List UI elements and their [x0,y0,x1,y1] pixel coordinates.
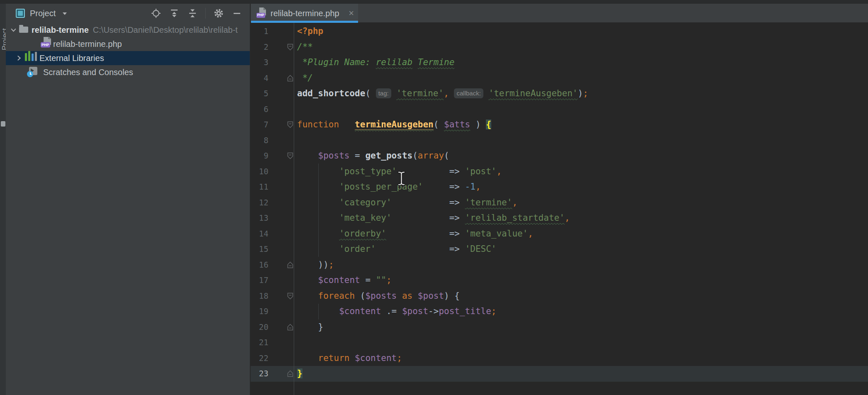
line-number: 21 [251,335,268,351]
line-number: 7 [251,117,268,133]
text-cursor-pointer [397,171,407,186]
code-line-22[interactable]: return $content; [297,351,588,366]
line-number: 8 [251,133,268,149]
code-line-2[interactable]: /** [297,39,588,55]
tree-item-external-libraries[interactable]: External Libraries [6,51,250,65]
code-editor[interactable]: 1234567891011121314151617181920212223 <?… [251,23,868,395]
code-line-18[interactable]: foreach ($posts as $post) { [297,288,588,304]
line-number: 20 [251,319,268,335]
fold-start-icon[interactable] [287,152,293,159]
parameter-hint: tag: [376,88,391,98]
chevron-down-icon[interactable] [10,27,17,34]
code-line-17[interactable]: $content = ""; [297,273,588,288]
stripe-project-label[interactable]: Project [1,28,6,50]
code-line-6[interactable] [297,102,588,117]
external-libraries-icon [25,51,37,65]
line-number: 22 [251,351,268,366]
stripe-tool-icon[interactable] [1,121,5,127]
tab-label[interactable]: relilab-termine.php [271,9,339,18]
fold-start-icon[interactable] [287,121,293,128]
code-line-8[interactable] [297,133,588,149]
tree-item-label: Scratches and Consoles [43,65,133,79]
tree-item-scratches-and-consoles[interactable]: Scratches and Consoles [6,65,250,79]
tree-item-label: relilab-termineC:\Users\Daniel\Desktop\r… [32,23,238,37]
code-line-3[interactable]: *Plugin Name: relilab Termine [297,55,588,71]
gutter: 1234567891011121314151617181920212223 [251,24,268,382]
project-panel-header: Project [6,4,250,23]
line-number: 11 [251,179,268,195]
fold-start-icon[interactable] [287,293,293,300]
code-line-9[interactable]: $posts = get_posts(array( [297,148,588,164]
code-line-11[interactable]: 'posts_per_page' => -1, [297,179,588,195]
fold-end-icon[interactable] [287,75,293,82]
line-number: 9 [251,148,268,164]
line-number: 3 [251,55,268,71]
php-file-icon: PHP [41,37,51,51]
code-line-15[interactable]: 'order' => 'DESC' [297,241,588,257]
code-line-5[interactable]: add_shortcode( tag: 'termine', callback:… [297,86,588,102]
line-number: 23 [251,366,268,382]
line-number: 10 [251,164,268,180]
line-number: 12 [251,195,268,211]
settings-gear-icon[interactable] [213,8,224,19]
line-number: 1 [251,24,268,39]
line-number: 2 [251,39,268,55]
fold-start-icon[interactable] [287,44,293,51]
code-line-19[interactable]: $content .= $post->post_title; [297,304,588,319]
folder-icon [19,23,28,37]
line-number: 15 [251,241,268,257]
line-number: 19 [251,304,268,319]
tree-item-label: External Libraries [39,51,104,65]
code-line-7[interactable]: function termineAusgeben( $atts ) { [297,117,588,133]
code-line-12[interactable]: 'category' => 'termine', [297,195,588,211]
line-number: 16 [251,257,268,273]
code-lines[interactable]: <?php/** *Plugin Name: relilab Termine *… [297,24,588,382]
code-line-16[interactable]: )); [297,257,588,273]
phpstorm-window: Project Project [0,0,868,395]
tree-item-relilab-termine-php[interactable]: PHPrelilab-termine.php [6,37,250,51]
fold-end-icon[interactable] [287,370,293,377]
tree-item-label: relilab-termine.php [53,37,122,51]
code-line-13[interactable]: 'meta_key' => 'relilab_startdate', [297,210,588,226]
locate-icon[interactable] [151,8,161,19]
gutter-border [294,23,294,395]
parameter-hint: callback: [454,88,483,98]
code-line-4[interactable]: */ [297,71,588,86]
line-number: 17 [251,273,268,288]
titlebar [0,0,868,4]
code-line-14[interactable]: 'orderby' => 'meta_value', [297,226,588,242]
code-line-10[interactable]: 'post_type' => 'post', [297,164,588,180]
code-line-23[interactable]: } [297,366,588,382]
fold-end-icon[interactable] [287,324,293,331]
code-line-1[interactable]: <?php [297,24,588,39]
scratches-icon [29,65,37,79]
code-line-21[interactable] [297,335,588,351]
project-panel: Project [6,4,250,395]
tool-window-stripe: Project [0,4,6,395]
line-number: 4 [251,71,268,86]
editor-area: PHP relilab-termine.php × 12345678910111… [251,4,868,395]
toolbar-separator [205,8,206,19]
tree-item-path: C:\Users\Daniel\Desktop\relilab\relilab-… [93,25,238,34]
project-toolwindow-icon [16,9,25,18]
hide-panel-icon[interactable] [232,8,242,19]
project-tree: relilab-termineC:\Users\Daniel\Desktop\r… [6,23,250,79]
editor-tabbar: PHP relilab-termine.php × [251,4,868,23]
chevron-down-icon[interactable] [61,10,68,17]
code-line-20[interactable]: } [297,319,588,335]
panel-title[interactable]: Project [30,9,56,18]
fold-end-icon[interactable] [287,261,293,268]
line-number: 5 [251,86,268,102]
expand-all-icon[interactable] [169,8,180,19]
collapse-all-icon[interactable] [187,8,198,19]
php-file-icon: PHP [251,7,266,20]
close-icon[interactable]: × [349,9,354,17]
line-number: 13 [251,210,268,226]
chevron-right-icon[interactable] [15,55,22,62]
tree-item-relilab-termine[interactable]: relilab-termineC:\Users\Daniel\Desktop\r… [6,23,250,37]
tab-relilab-termine-php[interactable]: PHP relilab-termine.php × [251,4,358,23]
line-number: 18 [251,288,268,304]
line-number: 6 [251,102,268,117]
line-number: 14 [251,226,268,242]
